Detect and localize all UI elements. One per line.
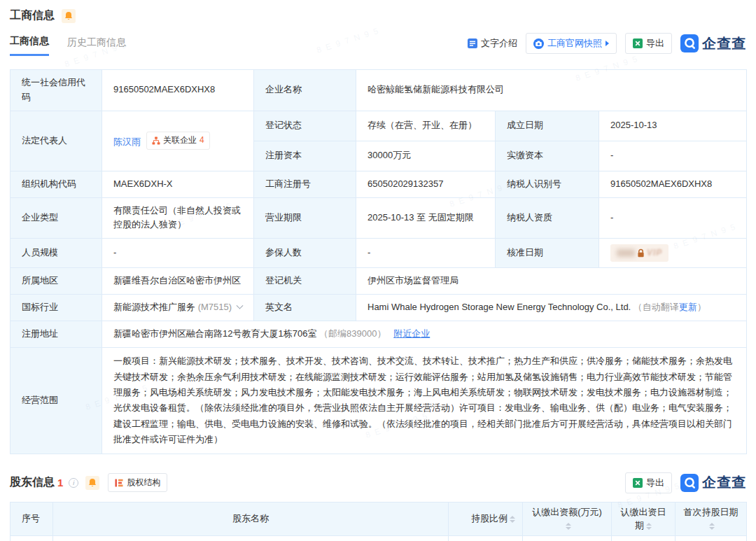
value-staff-size: - — [102, 239, 254, 268]
lock-icon — [637, 248, 645, 258]
col-subscribed-amount-label: 认缴出资额(万元) — [532, 507, 602, 517]
qcc-logo-icon — [680, 34, 699, 52]
value-company-name: 哈密鲸能氢储新能源科技有限公司 — [356, 70, 747, 111]
label-paid-capital: 实缴资本 — [496, 141, 599, 171]
label-industry: 国标行业 — [10, 295, 102, 321]
related-companies-badge[interactable]: 关联企业4 — [146, 132, 210, 149]
qcc-logo[interactable]: 企查查 — [680, 473, 746, 492]
qcc-logo-text: 企查查 — [702, 473, 746, 492]
sort-icon — [510, 516, 515, 523]
label-business-term: 营业期限 — [254, 197, 356, 239]
tab-bar: 工商信息 历史工商信息 文字介绍 工商官网快照 — [10, 33, 746, 58]
label-est-date: 成立日期 — [496, 111, 599, 141]
en-name-text: Hami Whale Hydrogen Storage New Energy T… — [368, 302, 631, 312]
related-companies-label: 关联企业 — [163, 134, 197, 147]
vip-label: VIP — [647, 246, 662, 260]
excel-icon — [633, 478, 643, 488]
industry-name: 新能源技术推广服务 — [113, 302, 195, 312]
chevron-down-icon[interactable] — [236, 302, 243, 309]
label-credit-code: 统一社会信用代码 — [10, 70, 102, 111]
label-taxpayer-qual: 纳税人资质 — [496, 197, 599, 239]
export-button[interactable]: 导出 — [625, 472, 672, 493]
sort-icon — [709, 523, 715, 530]
label-org-code: 组织机构代码 — [10, 171, 102, 197]
label-legal-rep: 法定代表人 — [10, 111, 102, 171]
related-companies-count: 4 — [200, 134, 204, 147]
page-title: 工商信息 — [10, 8, 55, 23]
label-business-scope: 经营范围 — [10, 348, 102, 454]
equity-structure-button[interactable]: 股权结构 — [108, 473, 167, 492]
value-insured-count: - — [356, 239, 496, 268]
label-reg-authority: 登记机关 — [254, 268, 356, 295]
snapshot-label: 工商官网快照 — [547, 37, 602, 50]
export-button[interactable]: 导出 — [625, 33, 672, 54]
col-first-holding-date[interactable]: 首次持股日期 — [676, 502, 747, 535]
value-reg-no: 650502029132357 — [356, 171, 496, 197]
value-taxpayer-qual: - — [599, 197, 747, 239]
value-business-scope: 一般项目：新兴能源技术研发；技术服务、技术开发、技术咨询、技术交流、技术转让、技… — [102, 348, 747, 454]
camera-icon — [533, 38, 544, 49]
legal-rep-link[interactable]: 陈汉雨 — [113, 136, 141, 147]
col-ratio-label: 持股比例 — [471, 513, 507, 524]
label-taxpayer-id: 纳税人识别号 — [496, 171, 599, 197]
value-taxpayer-id: 91650502MAEX6DXHX8 — [599, 171, 747, 197]
nearby-companies-link[interactable]: 附近企业 — [393, 328, 430, 339]
official-snapshot-button[interactable]: 工商官网快照 — [526, 33, 617, 54]
text-intro-button[interactable]: 文字介绍 — [468, 37, 517, 50]
export-label: 导出 — [646, 37, 664, 50]
col-subscribed-date[interactable]: 认缴出资日期 — [612, 502, 676, 535]
value-legal-rep: 陈汉雨关联企业4 — [102, 111, 254, 171]
sort-icon — [566, 523, 571, 530]
col-shareholder-name: 股东名称 — [53, 502, 449, 535]
label-staff-size: 人员规模 — [10, 239, 102, 268]
label-address: 注册地址 — [10, 321, 102, 348]
value-region: 新疆维吾尔自治区哈密市伊州区 — [102, 268, 254, 295]
value-reg-authority: 伊州区市场监督管理局 — [356, 268, 747, 295]
shareholders-table: 序号 股东名称 持股比例 认缴出资额(万元) 认缴出资日期 首次持股日期 1 +… — [10, 502, 747, 541]
value-reg-capital: 30000万元 — [356, 141, 496, 171]
shareholders-count: 1 — [57, 477, 63, 489]
text-intro-label: 文字介绍 — [481, 37, 517, 50]
en-name-note-end: ） — [697, 302, 706, 312]
qcc-logo-text: 企查查 — [702, 34, 746, 53]
monitor-bell-icon[interactable] — [85, 476, 99, 490]
bell-icon — [64, 11, 73, 20]
value-en-name: Hami Whale Hydrogen Storage New Energy T… — [356, 295, 747, 321]
value-business-term: 2025-10-13 至 无固定期限 — [356, 197, 496, 239]
table-row: 1 + 鲸能氢储 鲸能氢储（新疆）新能源科技有限公司 国有企业 100% — [10, 535, 747, 541]
equity-structure-label: 股权结构 — [127, 477, 160, 489]
label-reg-no: 工商注册号 — [254, 171, 356, 197]
excel-icon — [633, 38, 643, 48]
subscribed-amount: VIP — [523, 535, 612, 541]
en-name-note: （自动翻译 — [634, 302, 679, 312]
value-reg-status: 存续（在营、开业、在册） — [356, 111, 496, 141]
label-en-name: 英文名 — [254, 295, 356, 321]
export-label: 导出 — [646, 477, 664, 489]
value-org-code: MAEX6DXH-X — [102, 171, 254, 197]
col-subscribed-amount[interactable]: 认缴出资额(万元) — [523, 502, 612, 535]
label-reg-capital: 注册资本 — [254, 141, 356, 171]
col-ratio[interactable]: 持股比例 — [449, 502, 523, 535]
subscribed-date: - — [612, 535, 676, 541]
page: 8E97N95 8E97N95 8E97N95 8E97N95 8E97N95 … — [0, 0, 756, 541]
bell-icon — [88, 478, 97, 487]
update-translation-link[interactable]: 更新 — [679, 302, 697, 312]
tab-history-business-info[interactable]: 历史工商信息 — [67, 36, 126, 55]
value-paid-capital: - — [599, 141, 747, 171]
monitor-bell-icon[interactable] — [62, 9, 76, 23]
equity-tree-icon — [115, 479, 123, 487]
tab-business-info[interactable]: 工商信息 — [10, 35, 49, 56]
first-holding-date: 2025-10-13 — [676, 535, 747, 541]
qcc-logo[interactable]: 企查查 — [680, 34, 746, 53]
col-subscribed-date-label: 认缴出资日期 — [621, 507, 666, 531]
label-insured-count: 参保人数 — [254, 239, 356, 268]
info-icon[interactable]: i — [69, 478, 78, 488]
vip-locked-value[interactable]: VIP — [610, 244, 668, 262]
value-est-date: 2025-10-13 — [599, 111, 747, 141]
col-first-holding-date-label: 首次持股日期 — [684, 507, 738, 517]
text-doc-icon — [468, 38, 477, 48]
sort-icon — [646, 523, 652, 530]
row-index: 1 — [10, 535, 53, 541]
blurred-value — [617, 249, 635, 257]
value-credit-code: 91650502MAEX6DXHX8 — [102, 70, 254, 111]
